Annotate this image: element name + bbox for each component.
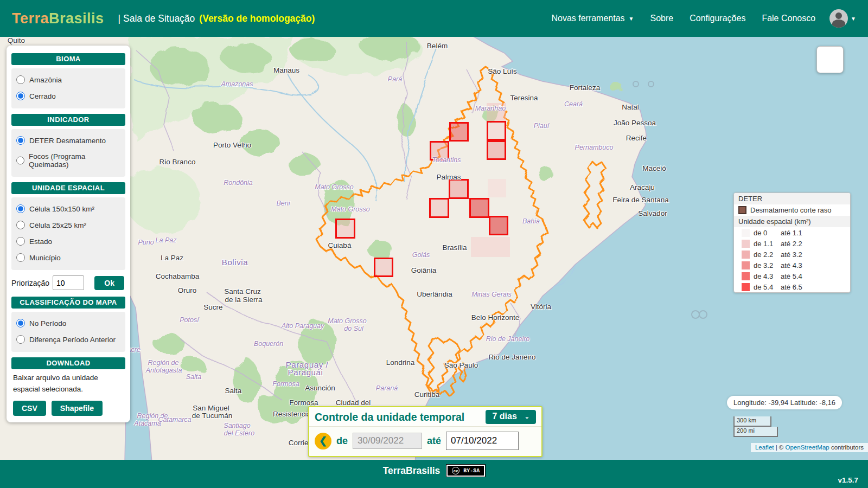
unidade-options: Célula 150x150 km² Célula 25x25 km² Esta… <box>11 197 125 270</box>
unidade-radio-option[interactable]: Estado <box>16 233 120 249</box>
chevron-down-icon: ▼ <box>629 16 634 22</box>
mouse-coordinates: Longitude: -39,94 Latitude: -8,16 <box>727 396 842 409</box>
download-description: Baixar arquivo da unidade espacial selec… <box>13 373 124 395</box>
radio-button[interactable] <box>16 75 25 84</box>
radio-button[interactable] <box>16 319 25 328</box>
shapefile-download-button[interactable]: Shapefile <box>52 401 103 416</box>
temporal-title: Controle da unidade temporal <box>315 411 464 423</box>
legend-subtitle: Unidade espacial (km²) <box>734 216 850 227</box>
radio-button[interactable] <box>16 335 25 344</box>
leaflet-link[interactable]: Leaflet <box>755 444 774 451</box>
radio-button[interactable] <box>16 221 25 229</box>
deter-cell[interactable] <box>335 219 355 239</box>
deter-cell[interactable] <box>487 103 506 121</box>
range-swatch <box>742 240 750 248</box>
csv-download-button[interactable]: CSV <box>13 401 46 416</box>
version-label: v1.5.7 <box>838 476 858 484</box>
ate-label: até <box>427 435 441 447</box>
deter-cell[interactable] <box>469 198 489 218</box>
app-footer: TerraBrasilis cc BY-SA v1.5.7 <box>0 460 868 488</box>
period-select[interactable]: 7 dias ⌄ <box>486 410 536 424</box>
indicador-section-header: INDICADOR <box>11 114 125 126</box>
classificacao-radio-option[interactable]: No Período <box>16 315 120 331</box>
page-title: | Sala de Situação (Versão de homologaçã… <box>118 13 315 24</box>
leaflet-map[interactable]: QuitoBelémManausSão LuísFortalezaTeresin… <box>0 37 868 460</box>
classificacao-options: No Período Diferença Período Anterior <box>11 312 125 352</box>
deter-cell[interactable] <box>449 122 469 142</box>
deter-cell[interactable] <box>488 179 506 197</box>
scale-mi: 200 mi <box>733 427 778 437</box>
radio-button[interactable] <box>16 92 25 100</box>
user-menu[interactable]: ▼ <box>829 9 856 28</box>
main-nav: Novas ferramentas ▼ Sobre ▼ Configuraçõe… <box>551 14 815 23</box>
unidade-radio-option[interactable]: Célula 150x150 km² <box>16 201 120 217</box>
deter-cell[interactable] <box>487 140 506 160</box>
classificacao-section-header: CLASSIFICAÇÃO DO MAPA <box>11 297 125 309</box>
ok-button[interactable]: Ok <box>94 276 124 290</box>
temporal-control-panel: Controle da unidade temporal 7 dias ⌄ ❮ … <box>308 406 542 457</box>
scale-control: 300 km 200 mi <box>733 416 778 437</box>
scale-km: 300 km <box>733 416 771 427</box>
chevron-down-icon: ▼ <box>851 16 856 22</box>
osm-link[interactable]: OpenStreetMap <box>786 444 829 451</box>
priorizacao-input[interactable] <box>53 275 84 290</box>
terrabrasilis-logo[interactable]: TerraBrasilis <box>12 10 104 27</box>
legend-range-row: de 1.1até 2.2 <box>734 238 850 249</box>
legend-range-row: de 2.2até 3.2 <box>734 249 850 260</box>
app-header: TerraBrasilis | Sala de Situação (Versão… <box>0 0 868 37</box>
range-swatch <box>742 229 750 237</box>
range-swatch <box>742 272 750 280</box>
priorizacao-label: Priorização <box>11 279 49 287</box>
indicador-options: DETER Desmatamento Focos (Programa Queim… <box>11 129 125 177</box>
indicador-radio-option[interactable]: DETER Desmatamento <box>16 132 120 149</box>
deter-cell[interactable] <box>487 121 506 140</box>
classificacao-radio-option[interactable]: Diferença Período Anterior <box>16 331 120 348</box>
legend-class-row: Desmatamento corte raso <box>734 204 850 216</box>
radio-button[interactable] <box>16 237 25 246</box>
range-swatch <box>742 283 750 291</box>
deter-cell[interactable] <box>374 258 393 277</box>
bioma-section-header: BIOMA <box>11 53 125 65</box>
map-attribution: Leaflet | © OpenStreetMap contributors <box>751 443 868 452</box>
bioma-radio-option[interactable]: Amazônia <box>16 72 120 88</box>
deter-cell[interactable] <box>430 141 449 160</box>
corte-raso-swatch <box>738 206 746 214</box>
de-label: de <box>336 435 348 447</box>
deter-cell[interactable] <box>489 216 508 235</box>
nav-item[interactable]: Fale Conosco ▼ <box>762 14 815 23</box>
deter-cell[interactable] <box>471 237 510 257</box>
indicador-radio-option[interactable]: Focos (Programa Queimadas) <box>16 149 120 172</box>
priorizacao-row: Priorização Ok <box>11 275 125 290</box>
legend-range-row: de 3.2até 4.3 <box>734 260 850 271</box>
range-swatch <box>742 251 750 259</box>
radio-button[interactable] <box>16 156 24 165</box>
radio-button[interactable] <box>16 253 25 262</box>
logo-brasilis: Brasilis <box>49 10 104 27</box>
avatar[interactable] <box>829 9 848 28</box>
end-date-input[interactable] <box>446 432 519 450</box>
legend-ranges: de 0até 1.1 de 1.1até 2.2 de 2.2até 3.2 … <box>734 227 850 292</box>
layers-control[interactable] <box>816 46 844 73</box>
deter-cell[interactable] <box>449 179 469 199</box>
filters-sidebar: BIOMA Amazônia Cerrado INDICADOR DETER D… <box>7 46 130 422</box>
nav-item[interactable]: Sobre ▼ <box>650 14 674 23</box>
chevron-down-icon: ⌄ <box>525 413 529 420</box>
cc-by-sa-badge[interactable]: cc BY-SA <box>446 465 485 477</box>
bioma-radio-option[interactable]: Cerrado <box>16 88 120 104</box>
legend-range-row: de 5.4até 6.5 <box>734 281 850 292</box>
unidade-radio-option[interactable]: Município <box>16 249 120 266</box>
start-date-input <box>353 433 422 449</box>
nav-item[interactable]: Novas ferramentas ▼ <box>551 14 634 23</box>
deter-legend: DETER Desmatamento corte raso Unidade es… <box>733 192 851 293</box>
unidade-radio-option[interactable]: Célula 25x25 km² <box>16 217 120 233</box>
unidade-section-header: UNIDADE ESPACIAL <box>11 182 125 194</box>
legend-range-row: de 4.3até 5.4 <box>734 271 850 281</box>
radio-button[interactable] <box>16 204 25 213</box>
download-section-header: DOWNLOAD <box>11 357 125 369</box>
nav-item[interactable]: Configurações ▼ <box>690 14 745 23</box>
previous-period-button[interactable]: ❮ <box>315 433 331 450</box>
deter-cell[interactable] <box>429 198 449 218</box>
radio-button[interactable] <box>16 136 25 145</box>
environment-note: (Versão de homologação) <box>199 13 315 24</box>
cc-icon: cc <box>452 467 459 474</box>
